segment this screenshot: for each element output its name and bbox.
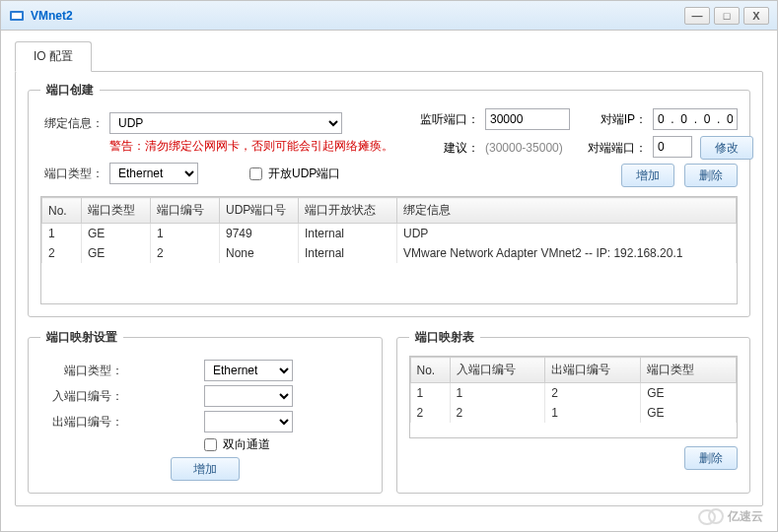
in-port-select[interactable] <box>204 385 293 407</box>
app-icon <box>9 8 25 24</box>
col-udp[interactable]: UDP端口号 <box>220 198 299 224</box>
port-type-label: 端口类型： <box>40 166 104 182</box>
map-add-button[interactable]: 增加 <box>171 457 240 481</box>
watermark: 亿速云 <box>698 507 763 525</box>
tab-io-config[interactable]: IO 配置 <box>15 41 92 72</box>
port-create-group: 端口创建 绑定信息： UDP 警告：清勿绑定公网网卡，否则可能会引起网络瘫痪。 <box>28 82 750 317</box>
mcol-no[interactable]: No. <box>410 358 450 383</box>
warning-text: 警告：清勿绑定公网网卡，否则可能会引起网络瘫痪。 <box>109 138 393 155</box>
maximize-button[interactable]: □ <box>714 7 740 25</box>
minimize-button[interactable]: — <box>684 7 710 25</box>
listen-port-input[interactable] <box>485 108 570 130</box>
out-port-label: 出端口编号： <box>40 414 123 431</box>
bind-select[interactable]: UDP <box>109 112 342 134</box>
titlebar: VMnet2 — □ X <box>1 1 777 31</box>
window-controls: — □ X <box>684 7 769 25</box>
bidir-checkbox[interactable] <box>204 438 217 451</box>
map-port-type-label: 端口类型： <box>40 363 123 379</box>
col-no[interactable]: No. <box>42 198 82 224</box>
port-create-legend: 端口创建 <box>40 82 100 99</box>
map-table-group: 端口映射表 No. 入端口编号 出端口编号 端口类型 <box>396 329 751 494</box>
open-udp-label: 开放UDP端口 <box>268 166 340 182</box>
bidir-label: 双向通道 <box>223 436 270 453</box>
port-table: No. 端口类型 端口编号 UDP端口号 端口开放状态 绑定信息 1 GE 1 <box>40 196 738 304</box>
map-delete-button[interactable]: 删除 <box>684 446 738 470</box>
col-bind[interactable]: 绑定信息 <box>397 198 737 224</box>
hint-text: (30000-35000) <box>485 141 576 155</box>
col-idx[interactable]: 端口编号 <box>151 198 220 224</box>
map-table: No. 入端口编号 出端口编号 端口类型 1 1 2 GE <box>409 356 739 438</box>
peer-ip-input[interactable] <box>653 108 738 130</box>
map-port-type-select[interactable]: Ethernet <box>204 360 293 381</box>
mcol-type[interactable]: 端口类型 <box>641 358 737 383</box>
mcol-in[interactable]: 入端口编号 <box>450 358 545 383</box>
add-port-button[interactable]: 增加 <box>621 164 674 187</box>
window-title: VMnet2 <box>31 9 73 23</box>
app-window: VMnet2 — □ X IO 配置 端口创建 绑定信息： UDP <box>0 0 778 532</box>
col-type[interactable]: 端口类型 <box>82 198 151 224</box>
modify-button[interactable]: 修改 <box>700 136 753 160</box>
table-row[interactable]: 2 GE 2 None Internal VMware Network Adap… <box>42 243 737 263</box>
tab-panel: 端口创建 绑定信息： UDP 警告：清勿绑定公网网卡，否则可能会引起网络瘫痪。 <box>15 71 763 506</box>
peer-ip-label: 对端IP： <box>582 111 647 128</box>
close-button[interactable]: X <box>743 7 769 25</box>
listen-port-label: 监听端口： <box>412 111 479 128</box>
svg-rect-1 <box>12 13 22 19</box>
port-type-select[interactable]: Ethernet <box>109 163 198 184</box>
client-area: IO 配置 端口创建 绑定信息： UDP 警告：清勿绑定公 <box>1 31 777 514</box>
table-row[interactable]: 1 GE 1 9749 Internal UDP <box>42 224 737 244</box>
map-table-legend: 端口映射表 <box>409 329 480 346</box>
col-open[interactable]: 端口开放状态 <box>299 198 397 224</box>
mcol-out[interactable]: 出端口编号 <box>545 358 641 383</box>
in-port-label: 入端口编号： <box>40 388 123 405</box>
out-port-select[interactable] <box>204 411 293 432</box>
map-setting-group: 端口映射设置 端口类型： Ethernet 入端口编号： 出端口编号： <box>28 329 383 494</box>
map-setting-legend: 端口映射设置 <box>40 329 123 346</box>
table-row[interactable]: 1 1 2 GE <box>410 383 737 404</box>
peer-port-input[interactable] <box>653 136 692 158</box>
table-row[interactable]: 2 2 1 GE <box>410 403 737 423</box>
delete-port-button[interactable]: 删除 <box>684 164 738 187</box>
peer-port-label: 对端端口： <box>582 140 647 157</box>
hint-label: 建议： <box>412 140 479 157</box>
bind-label: 绑定信息： <box>40 115 104 132</box>
svg-point-3 <box>709 509 723 523</box>
open-udp-checkbox[interactable] <box>249 167 262 180</box>
